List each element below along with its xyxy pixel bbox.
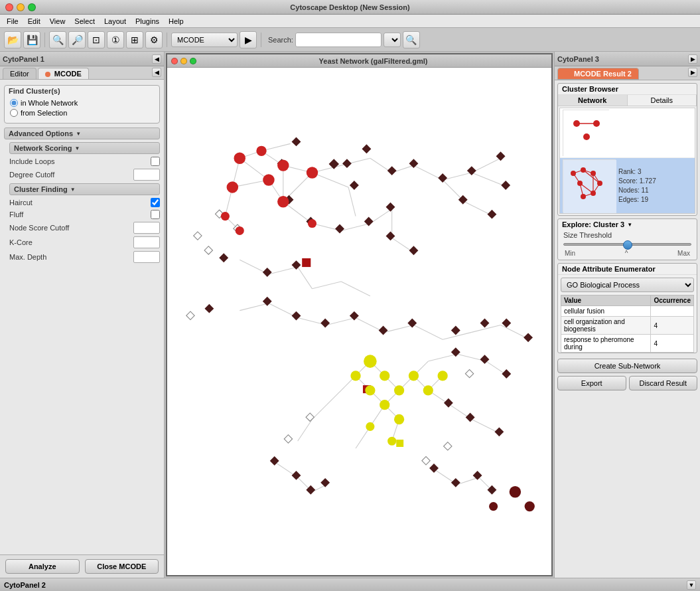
advanced-options-header[interactable]: Advanced Options xyxy=(4,127,160,139)
close-button[interactable] xyxy=(5,3,13,11)
k-core-row: K-Core 2 xyxy=(9,236,160,248)
svg-point-180 xyxy=(581,167,586,173)
attr-row-2[interactable]: response to pheromone during 4 xyxy=(561,335,694,353)
include-loops-checkbox[interactable] xyxy=(151,157,160,166)
attr-occurrence-2: 4 xyxy=(651,335,694,353)
tab-editor[interactable]: Editor xyxy=(3,68,36,79)
settings-button[interactable]: ⚙ xyxy=(145,31,163,48)
titlebar-buttons[interactable] xyxy=(5,3,36,11)
close-mcode-button[interactable]: Close MCODE xyxy=(85,559,159,574)
slider-marker: ^ xyxy=(625,250,628,257)
minimize-button[interactable] xyxy=(17,3,25,11)
zoom-in-button[interactable]: 🔎 xyxy=(68,31,86,48)
svg-point-144 xyxy=(308,219,316,228)
bottom-panel-title: CytoPanel 2 xyxy=(4,581,46,589)
nae-select[interactable]: GO Biological Process GO Cellular Compon… xyxy=(561,278,694,292)
left-panel-header: CytoPanel 1 ◀ xyxy=(0,52,164,66)
max-depth-input[interactable]: 100 xyxy=(133,251,160,263)
network-close-btn[interactable] xyxy=(171,58,178,64)
radio-whole-network[interactable]: in Whole Network xyxy=(10,99,154,107)
svg-rect-0 xyxy=(167,115,551,529)
bottom-panel-header: CytoPanel 2 ▼ xyxy=(0,578,700,591)
network-min-btn[interactable] xyxy=(180,58,187,64)
menu-layout[interactable]: Layout xyxy=(100,17,130,26)
attr-table-container: Value Occurrence cellular fusion cell or… xyxy=(558,295,697,353)
right-panel-collapse[interactable]: ▶ xyxy=(688,54,697,64)
tab-mcode[interactable]: MCODE xyxy=(38,68,89,79)
svg-point-161 xyxy=(525,501,535,511)
svg-point-139 xyxy=(277,159,289,171)
search-input[interactable] xyxy=(295,33,382,47)
search-submit-button[interactable]: 🔍 xyxy=(403,31,420,48)
right-mcode-icon xyxy=(565,71,570,76)
fluff-checkbox[interactable] xyxy=(151,210,160,219)
network-svg xyxy=(167,68,551,575)
right-panel-header: CytoPanel 3 ▶ xyxy=(555,52,700,66)
network-max-btn[interactable] xyxy=(190,58,196,64)
radio-whole-network-input[interactable] xyxy=(10,99,18,107)
maximize-button[interactable] xyxy=(28,3,36,11)
cb-tab-network[interactable]: Network xyxy=(558,95,628,106)
svg-point-185 xyxy=(577,181,583,186)
network-scoring-header[interactable]: Network Scoring xyxy=(9,142,160,154)
export-button[interactable]: Export xyxy=(557,376,626,390)
k-core-label: K-Core xyxy=(9,238,33,246)
open-file-button[interactable]: 📂 xyxy=(4,31,21,48)
zoom-100-button[interactable]: ① xyxy=(107,31,124,48)
menu-view[interactable]: View xyxy=(46,17,70,26)
cb-tab-details[interactable]: Details xyxy=(628,95,697,106)
right-panel-mcode-tab[interactable]: MCODE Result 2 xyxy=(557,68,639,80)
right-tabs-collapse[interactable]: ▶ xyxy=(688,68,697,77)
plugin-run-button[interactable]: ▶ xyxy=(240,31,257,48)
attr-col-value: Value xyxy=(561,296,651,306)
left-panel-content: Find Cluster(s) in Whole Network from Se… xyxy=(0,80,164,554)
menu-file[interactable]: File xyxy=(3,17,23,26)
cluster-finding-header[interactable]: Cluster Finding xyxy=(9,183,160,195)
save-button[interactable]: 💾 xyxy=(23,31,40,48)
network-canvas[interactable] xyxy=(167,68,551,575)
left-panel-title: CytoPanel 1 xyxy=(3,55,44,63)
tabs-collapse-btn[interactable]: ◀ xyxy=(152,68,161,77)
explore-title[interactable]: Explore: Cluster 3 xyxy=(558,219,697,230)
radio-from-selection[interactable]: from Selection xyxy=(10,109,154,117)
search-type-select[interactable] xyxy=(384,33,401,47)
network-window: Yeast Network (galFiltered.gml) xyxy=(166,53,553,576)
degree-cutoff-input[interactable]: 2 xyxy=(133,169,160,181)
svg-point-150 xyxy=(409,371,419,380)
svg-point-149 xyxy=(394,385,404,395)
node-score-cutoff-row: Node Score Cutoff 0.2 xyxy=(9,222,160,234)
analyze-button[interactable]: Analyze xyxy=(5,559,80,574)
plugin-select[interactable]: MCODE xyxy=(171,33,238,47)
cluster-item-1[interactable] xyxy=(560,108,695,158)
svg-point-179 xyxy=(571,171,576,176)
cluster-thumb-1 xyxy=(563,110,609,156)
attr-table: Value Occurrence cellular fusion cell or… xyxy=(561,295,694,353)
menu-select[interactable]: Select xyxy=(70,17,99,26)
layout-button[interactable]: ⊞ xyxy=(126,31,143,48)
svg-point-151 xyxy=(423,385,433,395)
slider-track[interactable] xyxy=(563,243,691,246)
menu-help[interactable]: Help xyxy=(165,17,188,26)
attr-occurrence-0 xyxy=(651,306,694,317)
left-panel-collapse[interactable]: ◀ xyxy=(152,54,161,64)
haircut-checkbox[interactable] xyxy=(151,198,160,207)
cluster-item-3[interactable]: Rank: 3 Score: 1.727 Nodes: 11 Edges: 19 xyxy=(560,158,695,214)
menu-plugins[interactable]: Plugins xyxy=(131,17,163,26)
attr-row-1[interactable]: cell organization and biogenesis 4 xyxy=(561,317,694,335)
svg-point-153 xyxy=(350,371,360,380)
radio-from-selection-input[interactable] xyxy=(10,109,18,117)
zoom-out-button[interactable]: 🔍 xyxy=(49,31,66,48)
attr-row-0[interactable]: cellular fusion xyxy=(561,306,694,317)
create-subnet-button[interactable]: Create Sub-Network xyxy=(557,359,697,373)
right-panel-scroll[interactable]: Cluster Browser Network Details xyxy=(555,80,700,578)
k-core-input[interactable]: 2 xyxy=(133,236,160,248)
node-score-cutoff-input[interactable]: 0.2 xyxy=(133,222,160,234)
attr-value-1: cell organization and biogenesis xyxy=(561,317,651,335)
bottom-panel-collapse[interactable]: ▼ xyxy=(687,580,696,590)
svg-point-160 xyxy=(510,486,521,497)
zoom-fit-button[interactable]: ⊡ xyxy=(88,31,105,48)
slider-thumb[interactable] xyxy=(623,240,632,250)
discard-result-button[interactable]: Discard Result xyxy=(629,376,698,390)
include-loops-row: Include Loops xyxy=(9,157,160,166)
menu-edit[interactable]: Edit xyxy=(24,17,44,26)
